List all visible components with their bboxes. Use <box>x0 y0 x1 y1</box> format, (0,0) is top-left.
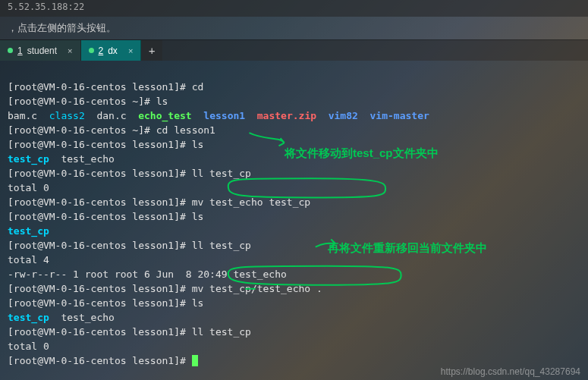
title-bar: 5.52.35.188:22 <box>0 0 588 17</box>
cursor <box>192 355 198 366</box>
tab-dx[interactable]: 2 dx × <box>81 40 142 61</box>
annotation-1: 将文件移动到test_cp文件夹中 <box>285 146 439 160</box>
annotation-2: 再将文件重新移回当前文件夹中 <box>328 240 487 255</box>
watermark: https://blog.csdn.net/qq_43287694 <box>441 366 580 377</box>
status-dot-icon <box>8 48 13 53</box>
terminal-window: 5.52.35.188:22 ，点击左侧的箭头按钮。 1 student × 2… <box>0 0 588 380</box>
terminal-output[interactable]: [root@VM-0-16-centos lesson1]# cd [root@… <box>0 61 588 380</box>
tab-bar: 1 student × 2 dx × + <box>0 39 588 61</box>
tab-number: 1 <box>17 46 23 56</box>
add-tab-button[interactable]: + <box>141 40 162 61</box>
tab-student[interactable]: 1 student × <box>0 40 81 61</box>
tab-label: student <box>27 46 57 56</box>
tab-label: dx <box>108 46 118 56</box>
plus-icon: + <box>149 45 155 57</box>
ip-address: 5.52.35.188:22 <box>8 2 84 12</box>
hint-text: ，点击左侧的箭头按钮。 <box>8 22 116 33</box>
hint-bar: ，点击左侧的箭头按钮。 <box>0 17 588 39</box>
tab-number: 2 <box>99 46 104 56</box>
status-dot-icon <box>89 48 94 53</box>
close-icon[interactable]: × <box>68 46 72 55</box>
close-icon[interactable]: × <box>128 46 133 55</box>
